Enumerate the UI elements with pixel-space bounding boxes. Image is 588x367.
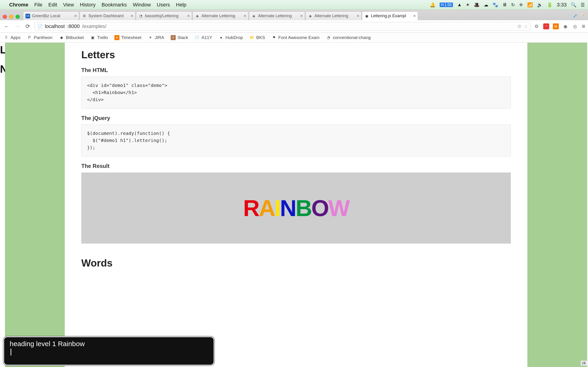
mac-menubar: Chrome File Edit View History Bookmarks … xyxy=(0,0,588,10)
tab-close-icon[interactable]: ✕ xyxy=(187,14,190,18)
tab-favicon: ◔ xyxy=(138,14,143,18)
tab-1[interactable]: ⚙ System Dashboard ✕ xyxy=(79,11,136,20)
dock-peek: ck xyxy=(581,361,587,366)
tab-close-icon[interactable]: ✕ xyxy=(413,14,416,18)
ext-h-icon[interactable]: H xyxy=(553,23,559,29)
drive-icon[interactable]: ▲ xyxy=(457,2,462,7)
bookmark-bks[interactable]: 📁BKS xyxy=(250,35,265,40)
rainbow-letter-5: O xyxy=(311,195,328,221)
menu-window[interactable]: Window xyxy=(133,2,151,8)
tab-3[interactable]: ◈ Alternate Lettering ✕ xyxy=(192,11,249,20)
bookmark-fontawesome[interactable]: ⚑Font Awesome Exam xyxy=(271,35,320,40)
subheading-result: The Result xyxy=(81,163,511,169)
app-name[interactable]: Chrome xyxy=(9,2,28,8)
bookmark-conventional[interactable]: ◔conventional-chang xyxy=(326,35,371,40)
tab-favicon: ◈ xyxy=(195,14,199,18)
menu-file[interactable]: File xyxy=(34,2,42,8)
ext-eye-icon[interactable]: ◉ xyxy=(562,23,569,29)
github-icon: ◔ xyxy=(326,35,331,40)
tab-label: Alternate Lettering xyxy=(314,14,352,18)
omnibox[interactable]: 📄 localhost:8000/examples/ ⚙ ☆ xyxy=(35,22,531,31)
tab-0[interactable]: GB GreenBiz Local ✕ xyxy=(23,11,79,20)
hat-icon[interactable]: 🎩 xyxy=(474,2,480,8)
window-close-button[interactable] xyxy=(3,15,7,19)
bookmark-label: Font Awesome Exam xyxy=(278,35,320,40)
menu-edit[interactable]: Edit xyxy=(48,2,57,8)
bookmark-slack[interactable]: #Slack xyxy=(171,35,188,40)
menu-history[interactable]: History xyxy=(80,2,95,8)
code-block-jquery[interactable]: $(document).ready(function() { $("#demo1… xyxy=(81,125,511,156)
nav-back-button[interactable]: ← xyxy=(3,23,10,30)
bookmark-label: Trello xyxy=(97,35,108,40)
ext-gear-icon[interactable]: ⚙ xyxy=(534,23,540,29)
notification-icon[interactable]: 🔔 xyxy=(430,2,435,8)
devtools-icon[interactable]: ⚙ xyxy=(517,24,521,29)
a11y-icon: 📄 xyxy=(195,35,199,40)
bookmark-pantheon[interactable]: PPantheon xyxy=(27,35,52,40)
fullscreen-icon[interactable]: ⤢ xyxy=(573,13,577,19)
timemachine-icon[interactable]: ↻ xyxy=(511,2,515,8)
voiceover-cursor xyxy=(10,349,11,356)
bookmark-label: BKS xyxy=(256,35,265,40)
tab-2[interactable]: ◔ bassettsj/Lettering ✕ xyxy=(136,11,192,20)
tab-close-icon[interactable]: ✕ xyxy=(130,14,133,18)
tab-close-icon[interactable]: ✕ xyxy=(300,14,303,18)
ext-target-icon[interactable]: ◎ xyxy=(572,23,578,29)
menu-help[interactable]: Help xyxy=(176,2,186,8)
notification-center-icon[interactable]: ☰ xyxy=(581,2,585,8)
bookmark-label: Slack xyxy=(178,35,188,40)
window-minimize-button[interactable] xyxy=(9,15,13,19)
voiceover-caption-panel: heading level 1 Rainbow xyxy=(3,336,215,366)
code-block-html[interactable]: <div id="demo1" class="demo"> <h1>Rainbo… xyxy=(81,77,511,108)
bookmark-label: HubDrop xyxy=(225,35,243,40)
bookmark-timesheet[interactable]: HTimesheet xyxy=(114,35,141,40)
chrome-tabstrip: GB GreenBiz Local ✕ ⚙ System Dashboard ✕… xyxy=(0,10,588,20)
bluetooth-icon[interactable]: ⁜ xyxy=(519,2,523,8)
bookmark-apps[interactable]: ⠿Apps xyxy=(4,35,20,40)
cloud-icon[interactable]: ☁ xyxy=(484,2,488,8)
nav-forward-button[interactable]: → xyxy=(13,23,21,30)
menu-view[interactable]: View xyxy=(63,2,74,8)
section-title-letters: Letters xyxy=(81,49,511,60)
bookmark-trello[interactable]: ▣Trello xyxy=(90,35,108,40)
tab-favicon: ⚙ xyxy=(82,14,86,18)
tab-close-icon[interactable]: ✕ xyxy=(356,14,359,18)
bookmark-jira[interactable]: ✶JIRA xyxy=(148,35,164,40)
bookmark-bitbucket[interactable]: ◆Bitbucket xyxy=(59,35,84,40)
background-window-sliver: L N xyxy=(0,43,5,367)
martini-icon[interactable]: 🍸 xyxy=(579,13,586,19)
load-badge[interactable]: H 1.55 xyxy=(440,2,453,7)
page-viewport[interactable]: Letters The HTML <div id="demo1" class="… xyxy=(5,43,587,367)
rainbow-letter-3: N xyxy=(280,195,296,221)
bookmark-a11y[interactable]: 📄A11Y xyxy=(195,35,212,40)
display-icon[interactable]: 🖥 xyxy=(502,2,507,7)
trello-icon: ▣ xyxy=(90,35,95,40)
bookmark-star-icon[interactable]: ☆ xyxy=(524,24,528,29)
menu-bookmarks[interactable]: Bookmarks xyxy=(102,2,127,8)
tab-close-icon[interactable]: ✕ xyxy=(243,14,246,18)
battery-icon[interactable]: 🔋 xyxy=(547,2,553,8)
paw-icon[interactable]: 🐾 xyxy=(493,2,498,8)
rainbow-letter-2: I xyxy=(275,195,280,221)
sync-icon[interactable]: ✶ xyxy=(466,2,470,8)
wifi-icon[interactable]: 📶 xyxy=(527,2,533,8)
tab-4[interactable]: ◈ Alternate Lettering ✕ xyxy=(249,11,305,20)
bookmark-hubdrop[interactable]: ●HubDrop xyxy=(219,35,243,40)
bookmark-label: Pantheon xyxy=(34,35,52,40)
volume-icon[interactable]: 🔈 xyxy=(537,2,543,8)
rainbow-heading: RAINBOW xyxy=(243,195,349,221)
url-host: localhost xyxy=(45,23,65,29)
ext-lastpass-icon[interactable]: * xyxy=(543,23,549,29)
bookmark-label: Timesheet xyxy=(121,35,141,40)
chrome-menu-button[interactable]: ≡ xyxy=(582,23,585,30)
tab-5[interactable]: ◈ Alternate Lettering ✕ xyxy=(305,11,362,20)
nav-reload-button[interactable]: ⟳ xyxy=(24,23,32,30)
spotlight-icon[interactable]: 🔍 xyxy=(571,2,577,8)
menu-users[interactable]: Users xyxy=(157,2,170,8)
tab-close-icon[interactable]: ✕ xyxy=(74,14,77,18)
window-zoom-button[interactable] xyxy=(16,15,20,19)
menubar-clock[interactable]: 3:33 xyxy=(557,2,567,8)
tab-6-active[interactable]: ◉ Lettering.js Exampl ✕ xyxy=(362,11,418,20)
section-title-words: Words xyxy=(81,257,511,269)
rainbow-letter-6: W xyxy=(328,195,349,221)
